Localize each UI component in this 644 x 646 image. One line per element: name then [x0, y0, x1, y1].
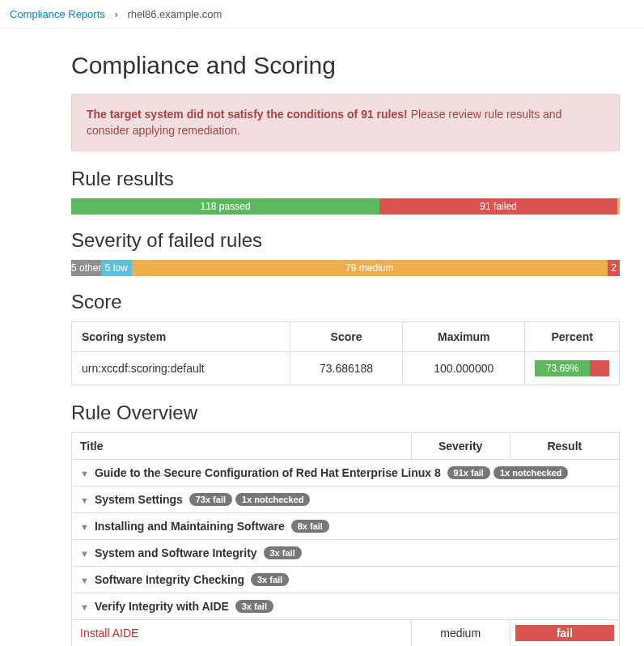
rule-group-title: Verify Integrity with AIDE — [91, 600, 232, 613]
score-max-cell: 100.000000 — [403, 351, 525, 385]
collapse-toggle-icon[interactable]: ▼ — [80, 602, 88, 612]
alert-strong-text: The target system did not satisfy the co… — [87, 108, 408, 121]
score-header-max: Maximum — [403, 321, 525, 351]
rule-group-row[interactable]: ▼ System Settings 73x fail1x notchecked — [72, 486, 620, 512]
score-heading: Score — [71, 291, 620, 313]
rule-group-row[interactable]: ▼ System and Software Integrity 3x fail — [72, 539, 620, 566]
rule-overview-heading: Rule Overview — [71, 402, 620, 424]
score-table: Scoring system Score Maximum Percent urn… — [71, 321, 620, 385]
score-row: urn:xccdf:scoring:default 73.686188 100.… — [72, 351, 620, 385]
score-header-percent: Percent — [525, 321, 620, 351]
rule-results-bar: 118 passed 91 failed — [71, 198, 620, 215]
breadcrumb: Compliance Reports › rhel86.example.com — [0, 0, 644, 29]
rule-group-row[interactable]: ▼ Verify Integrity with AIDE 3x fail — [72, 593, 620, 619]
collapse-toggle-icon[interactable]: ▼ — [80, 495, 88, 505]
rule-overview-header-result: Result — [510, 432, 619, 459]
collapse-toggle-icon[interactable]: ▼ — [80, 522, 88, 532]
breadcrumb-root-link[interactable]: Compliance Reports — [10, 8, 105, 20]
result-fail-badge: fail — [515, 625, 614, 641]
breadcrumb-current: rhel86.example.com — [127, 8, 222, 20]
count-pill: 8x fail — [291, 520, 329, 533]
rule-overview-table: Title Severity Result ▼ Guide to the Sec… — [71, 432, 620, 646]
rule-overview-header-title: Title — [72, 432, 412, 459]
count-pill: 1x notchecked — [235, 493, 310, 506]
score-header-system: Scoring system — [72, 321, 290, 351]
count-pill: 91x fail — [447, 466, 490, 479]
score-percent-green: 73.69% — [535, 360, 590, 376]
rule-group-title: System Settings — [91, 493, 186, 506]
rule-results-heading: Rule results — [71, 168, 620, 190]
severity-bar: 5 other 5 low 79 medium 2 — [71, 260, 620, 276]
count-pill: 3x fail — [251, 573, 289, 586]
rule-group-title: Installing and Maintaining Software — [91, 520, 288, 533]
severity-other-segment: 5 other — [71, 260, 101, 276]
severity-medium-segment: 79 medium — [132, 260, 608, 276]
rule-overview-header-row: Title Severity Result — [72, 432, 620, 459]
score-value-cell: 73.686188 — [290, 351, 402, 385]
severity-low-segment: 5 low — [101, 260, 131, 276]
score-system-cell: urn:xccdf:scoring:default — [72, 351, 290, 385]
rule-row: Install AIDEmediumfail — [72, 619, 620, 646]
collapse-toggle-icon[interactable]: ▼ — [80, 576, 88, 585]
score-header-score: Score — [290, 321, 402, 351]
rule-group-row[interactable]: ▼ Guide to the Secure Configuration of R… — [72, 459, 620, 486]
rule-overview-header-severity: Severity — [411, 432, 510, 459]
rule-group-title: Guide to the Secure Configuration of Red… — [91, 466, 444, 479]
count-pill: 3x fail — [264, 546, 302, 559]
rule-group-row[interactable]: ▼ Installing and Maintaining Software 8x… — [72, 512, 620, 539]
count-pill: 3x fail — [235, 600, 273, 613]
severity-high-segment: 2 — [608, 260, 620, 276]
alert-warning: The target system did not satisfy the co… — [71, 94, 620, 151]
count-pill: 1x notchecked — [494, 466, 568, 479]
count-pill: 73x fail — [189, 493, 232, 506]
score-percent-bar: 73.69% — [535, 360, 609, 376]
rule-group-title: System and Software Integrity — [91, 546, 261, 559]
score-percent-cell: 73.69% — [525, 351, 620, 385]
severity-heading: Severity of failed rules — [71, 229, 620, 252]
rule-group-title: Software Integrity Checking — [91, 573, 248, 586]
rule-results-passed-segment: 118 passed — [71, 198, 379, 215]
rule-group-row[interactable]: ▼ Software Integrity Checking 3x fail — [72, 566, 620, 593]
rule-title-link[interactable]: Install AIDE — [80, 627, 138, 640]
rule-results-tail-segment — [617, 198, 620, 215]
score-percent-red — [590, 360, 609, 376]
page-title: Compliance and Scoring — [71, 52, 620, 79]
rule-results-failed-segment: 91 failed — [379, 198, 617, 215]
score-header-row: Scoring system Score Maximum Percent — [72, 321, 620, 351]
breadcrumb-separator-icon: › — [114, 8, 117, 20]
collapse-toggle-icon[interactable]: ▼ — [80, 549, 88, 559]
collapse-toggle-icon[interactable]: ▼ — [80, 469, 88, 478]
rule-severity-cell: medium — [411, 619, 510, 646]
